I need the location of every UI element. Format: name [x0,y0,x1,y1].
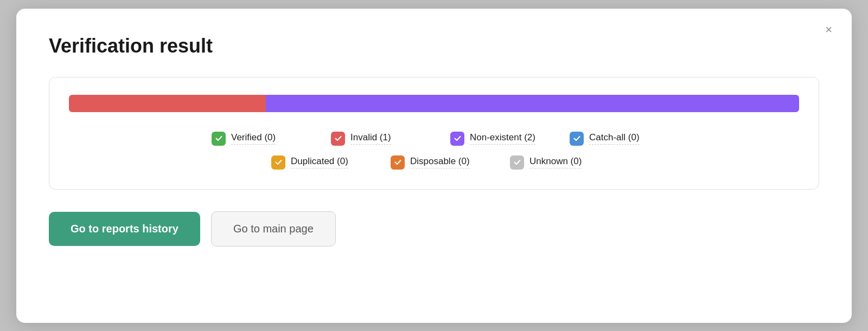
catch-all-icon [570,132,584,146]
legend-item-duplicated: Duplicated (0) [271,155,358,170]
legend-item-invalid: Invalid (1) [331,132,418,146]
invalid-icon [331,132,345,146]
legend-row-1: Verified (0) Invalid (1) Non-existent (2… [212,132,656,146]
chart-card: Verified (0) Invalid (1) Non-existent (2… [49,77,819,190]
disposable-label: Disposable (0) [410,156,470,168]
bar-non-existent [266,95,799,112]
catch-all-label: Catch-all (0) [589,132,640,145]
verified-icon [212,132,226,146]
duplicated-icon [271,155,285,170]
duplicated-label: Duplicated (0) [291,156,348,168]
modal-container: × Verification result Verified (0) Inva [16,9,852,323]
legend-item-catch-all: Catch-all (0) [570,132,656,146]
unknown-label: Unknown (0) [529,156,582,168]
close-button[interactable]: × [821,22,837,38]
legend-item-non-existent: Non-existent (2) [450,132,537,146]
legend: Verified (0) Invalid (1) Non-existent (2… [69,132,799,170]
legend-item-verified: Verified (0) [212,132,298,146]
disposable-icon [391,155,405,170]
non-existent-icon [450,132,464,146]
legend-item-disposable: Disposable (0) [391,155,477,170]
page-title: Verification result [49,35,819,57]
verified-label: Verified (0) [231,132,276,145]
bar-invalid [69,95,266,112]
invalid-label: Invalid (1) [350,132,391,145]
non-existent-label: Non-existent (2) [470,132,535,145]
legend-row-2: Duplicated (0) Disposable (0) Unknown (0… [271,155,597,170]
main-page-button[interactable]: Go to main page [211,211,336,246]
progress-bar [69,95,799,112]
legend-item-unknown: Unknown (0) [510,155,597,170]
actions-bar: Go to reports history Go to main page [49,211,819,246]
unknown-icon [510,155,524,170]
reports-history-button[interactable]: Go to reports history [49,212,200,246]
